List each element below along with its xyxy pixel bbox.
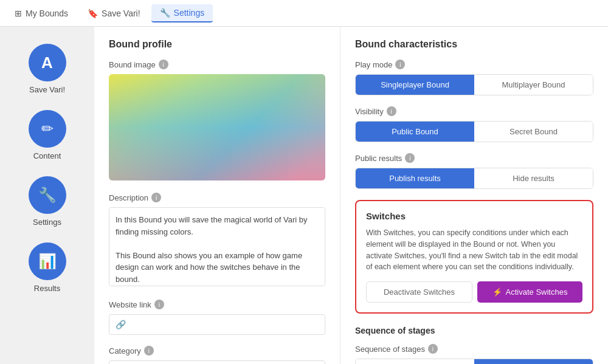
sidebar-label-results: Results	[34, 284, 60, 293]
website-link-label: Website link i	[109, 300, 325, 309]
nav-settings-label: Settings	[174, 8, 205, 18]
sidebar-item-settings[interactable]: 🔧 Settings	[0, 171, 94, 232]
bound-image-label: Bound image i	[109, 60, 325, 69]
play-mode-info-icon[interactable]: i	[395, 60, 405, 69]
right-panel: Bound characteristics Play mode i Single…	[340, 27, 608, 364]
sidebar-item-avatar[interactable]: A Save Vari!	[0, 39, 94, 99]
bound-image[interactable]	[109, 74, 325, 180]
description-textarea[interactable]: In this Bound you will save the magical …	[109, 207, 325, 286]
left-panel: Bound profile Bound image i Description …	[94, 27, 340, 364]
hide-results-button[interactable]: Hide results	[474, 168, 593, 188]
play-mode-toggle: Singleplayer Bound Multiplayer Bound	[355, 74, 593, 95]
grid-icon: ⊞	[15, 9, 22, 18]
top-nav: ⊞ My Bounds 🔖 Save Vari! 🔧 Settings	[0, 0, 608, 27]
play-mode-label: Play mode i	[355, 60, 593, 69]
category-info-icon[interactable]: i	[144, 346, 154, 355]
category-box[interactable]: 🎮 Educational ✕ 😊 Fun ✕ ❓ Quiz ✕ ▾	[109, 360, 325, 364]
avatar: A	[29, 44, 66, 81]
bookmark-icon: 🔖	[88, 9, 98, 18]
results-icon-circle: 📊	[29, 242, 66, 280]
sidebar-label-content: Content	[33, 151, 61, 160]
publish-results-button[interactable]: Publish results	[356, 168, 474, 188]
category-label: Category i	[109, 346, 325, 355]
wrench-icon: 🔧	[160, 8, 170, 18]
public-results-label: Public results i	[355, 153, 593, 163]
switches-title: Switches	[366, 211, 582, 221]
fixed-button[interactable]: Fixed	[356, 359, 474, 364]
singleplayer-bound-button[interactable]: Singleplayer Bound	[356, 75, 474, 95]
settings-icon-circle: 🔧	[29, 176, 66, 214]
visibility-toggle: Public Bound Secret Bound	[355, 121, 593, 142]
multiplayer-bound-button[interactable]: Multiplayer Bound	[474, 75, 593, 95]
nav-save-vari-label: Save Vari!	[102, 9, 140, 18]
nav-save-vari[interactable]: 🔖 Save Vari!	[79, 5, 149, 22]
chart-icon: 📊	[38, 253, 57, 270]
sidebar-label-settings: Settings	[33, 218, 61, 227]
website-link-input[interactable]: 🔗	[109, 314, 325, 335]
public-results-toggle: Publish results Hide results	[355, 168, 593, 189]
sidebar: A Save Vari! ✏ Content 🔧 Settings 📊 Resu…	[0, 27, 94, 364]
deactivate-switches-button[interactable]: Deactivate Switches	[366, 281, 472, 303]
activate-icon: ⚡	[492, 287, 502, 297]
bound-profile-title: Bound profile	[109, 39, 325, 50]
switches-section: Switches With Switches, you can specify …	[355, 200, 593, 314]
settings-wrench-icon: 🔧	[38, 187, 57, 204]
content-icon-circle: ✏	[29, 110, 66, 148]
sequence-info-icon[interactable]: i	[428, 344, 438, 354]
sidebar-item-results[interactable]: 📊 Results	[0, 238, 94, 298]
bound-characteristics-title: Bound characteristics	[355, 39, 593, 50]
bound-image-info-icon[interactable]: i	[159, 60, 168, 69]
nav-my-bounds[interactable]: ⊞ My Bounds	[6, 5, 77, 22]
main-layout: A Save Vari! ✏ Content 🔧 Settings 📊 Resu…	[0, 27, 608, 364]
sequence-of-stages-label: Sequence of stages i	[355, 344, 593, 354]
nav-my-bounds-label: My Bounds	[26, 9, 68, 18]
sequence-of-stages-section-title: Sequence of stages	[355, 326, 593, 335]
pen-icon: ✏	[41, 120, 54, 137]
nav-settings[interactable]: 🔧 Settings	[151, 4, 213, 22]
visibility-label: Visibility i	[355, 106, 593, 116]
link-icon: 🔗	[116, 320, 126, 329]
website-link-info-icon[interactable]: i	[154, 300, 164, 309]
public-bound-button[interactable]: Public Bound	[356, 122, 474, 142]
activate-label: Activate Switches	[506, 287, 568, 297]
description-info-icon[interactable]: i	[151, 193, 161, 202]
switches-actions: Deactivate Switches ⚡ Activate Switches	[366, 281, 582, 303]
public-results-info-icon[interactable]: i	[405, 153, 415, 163]
flexible-button[interactable]: Flexible	[474, 359, 593, 364]
sequence-toggle: Fixed Flexible	[355, 359, 593, 364]
activate-switches-button[interactable]: ⚡ Activate Switches	[477, 281, 582, 303]
switches-description: With Switches, you can specify condition…	[366, 227, 582, 273]
sidebar-label-save-vari: Save Vari!	[29, 85, 65, 94]
secret-bound-button[interactable]: Secret Bound	[474, 122, 593, 142]
sidebar-item-content[interactable]: ✏ Content	[0, 105, 94, 165]
content-area: Bound profile Bound image i Description …	[94, 27, 608, 364]
visibility-info-icon[interactable]: i	[387, 106, 396, 116]
avatar-letter: A	[41, 53, 53, 72]
description-label: Description i	[109, 193, 325, 202]
